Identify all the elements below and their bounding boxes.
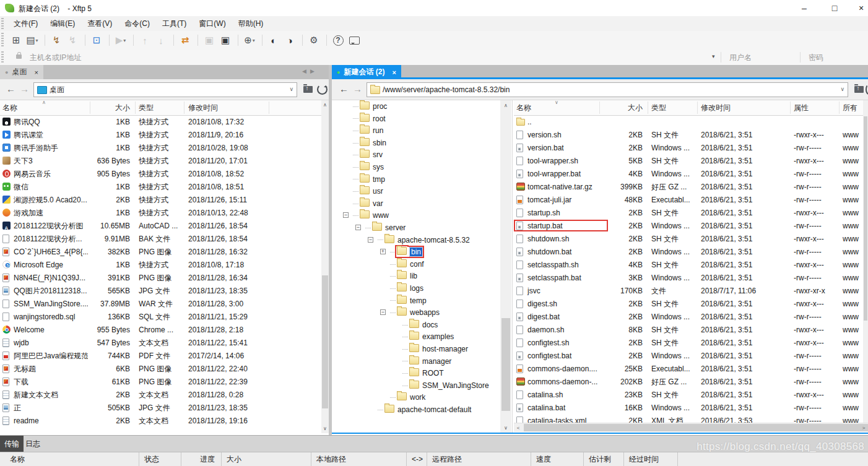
col-修改时间[interactable]: 修改时间 [701,100,788,115]
file-row[interactable]: 正505KBJPG 文件2018/11/23, 18:35 [0,402,321,415]
transfer-col-名称[interactable]: 名称 [5,452,139,466]
connect-icon[interactable]: ↯ [49,33,64,48]
menu-item-编辑(E)[interactable]: 编辑(E) [44,16,81,31]
file-row[interactable]: commons-daemon-...202KB好压 GZ ...2018/6/2… [514,376,863,389]
file-row[interactable]: version.bat2KBWindows ...2018/6/21, 3:51… [514,142,863,155]
menu-item-窗口(W)[interactable]: 窗口(W) [193,16,232,31]
settings-icon[interactable]: ⚙ [306,33,321,48]
file-row[interactable]: setclasspath.sh4KBSH 文件2018/6/21, 3:51-r… [514,259,863,272]
menu-item-工具(T)[interactable]: 工具(T) [156,16,193,31]
host-input[interactable] [28,51,706,64]
tree-vscrollbar[interactable]: ∧ ∨ [500,100,511,433]
tree-item-usr[interactable]: usr [332,185,500,197]
file-row[interactable]: 20181122现状分析图10.65MBAutoCAD ...2018/11/2… [0,220,321,233]
help-icon[interactable]: ? [331,33,345,48]
tree-item-srv[interactable]: srv [332,149,500,161]
file-row[interactable]: shutdown.bat2KBWindows ...2018/6/21, 3:5… [514,246,863,259]
file-row[interactable]: commons-daemon....25KBExecutabl...2018/6… [514,363,863,376]
launch-xshell-icon[interactable]: ◐ [266,33,281,48]
tree-item-work[interactable]: work [332,391,500,403]
file-row[interactable]: SSM_WanJingStore....37.89MBWAR 文件2018/11… [0,298,321,311]
remote-hscrollbar[interactable]: < > [514,423,868,432]
tree-item-sbin[interactable]: sbin [332,137,500,149]
col-类型[interactable]: 类型 [651,100,695,115]
file-row[interactable]: 微信1KB快捷方式2018/10/8, 18:51 [0,181,321,194]
file-row[interactable]: 腾讯手游助手1KB快捷方式2018/10/28, 19:08 [0,142,321,155]
scroll-down-icon[interactable]: ∨ [500,425,511,431]
remote-vscroll-thumb[interactable] [864,116,867,321]
tree-item-apache-tomcat-8.5.32[interactable]: −apache-tomcat-8.5.32 [332,234,500,246]
transfer-col-<->[interactable]: <-> [407,452,427,466]
local-up-folder-button[interactable] [301,82,315,96]
remote-vscrollbar[interactable] [863,100,868,423]
minimize-button[interactable]: – [794,0,815,16]
tree-item-root[interactable]: root [332,113,500,125]
username-input[interactable] [728,51,796,64]
file-row[interactable]: 新建文本文档2KB文本文档2018/11/28, 0:28 [0,389,321,402]
file-row[interactable]: CO`2`}UH6E3_4{P8{...382KBPNG 图像2018/11/2… [0,246,321,259]
file-row[interactable]: wjdb547 Bytes文本文档2018/11/22, 15:41 [0,337,321,350]
scroll-up-icon[interactable]: ∧ [500,103,511,108]
scroll-down-icon[interactable]: ∨ [321,426,329,431]
menu-item-命令(C)[interactable]: 命令(C) [118,16,156,31]
file-row[interactable]: wanjingstoredb.sql136KBSQL 文件2018/11/21,… [0,311,321,324]
file-row[interactable]: 网易云音乐905 Bytes快捷方式2018/10/8, 18:52 [0,168,321,181]
file-row[interactable]: 无标题6KBPNG 图像2018/11/22, 22:40 [0,363,321,376]
quickbar-gripper[interactable] [1,51,4,63]
file-row[interactable]: 腾讯QQ1KB快捷方式2018/10/8, 17:32 [0,116,321,129]
tree-item-ROOT[interactable]: ROOT [332,367,500,379]
transfer-col-进度[interactable]: 进度 [181,452,222,466]
local-back-icon[interactable]: ← [6,84,15,94]
transfer-col-大小[interactable]: 大小 [222,452,311,466]
col-修改时间[interactable]: 修改时间 [188,100,267,115]
file-row[interactable]: 湘源控规5.0 Acad20...2KB快捷方式2018/11/26, 15:1… [0,194,321,207]
file-row[interactable]: digest.sh2KBSH 文件2018/6/21, 3:51-rwxr-x-… [514,298,863,311]
file-row[interactable]: Microsoft Edge1KB快捷方式2018/10/8, 17:18 [0,259,321,272]
tree-item-logs[interactable]: logs [332,282,500,295]
tree-item-webapps[interactable]: −webapps [332,306,500,319]
local-tab[interactable]: ● 桌面 × [0,65,43,79]
transfer-col-远程路径[interactable]: 远程路径 [427,452,531,466]
transfer-tab-传输[interactable]: 传输 [0,436,24,452]
local-forward-icon[interactable]: → [20,84,29,94]
file-row[interactable]: version.sh2KBSH 文件2018/6/21, 3:51-rwxr-x… [514,129,863,142]
tree-item-host-manager[interactable]: host-manager [332,343,500,355]
file-row[interactable]: startup.bat2KBWindows ...2018/6/21, 3:51… [514,220,863,233]
tree-vscroll-thumb[interactable] [501,318,510,411]
local-vscroll-thumb[interactable] [322,275,328,408]
file-row[interactable]: .. [514,116,863,129]
tree-item-docs[interactable]: docs [332,319,500,331]
remote-path-combobox[interactable]: /www/server/apache-tomcat-8.5.32/bin ∨ [367,82,848,97]
file-row[interactable]: digest.bat2KBWindows ...2018/6/21, 3:51-… [514,311,863,324]
file-row[interactable]: startup.sh2KBSH 文件2018/6/21, 3:51-rwxr-x… [514,207,863,220]
col-大小[interactable]: 大小 [602,100,643,115]
transfer-col-状态[interactable]: 状态 [139,452,181,466]
local-vscrollbar[interactable]: ∧ ∨ [321,100,329,433]
file-row[interactable]: QQ图片2018112318...565KBJPG 文件2018/11/23, … [0,285,321,298]
scroll-left-icon[interactable]: < [515,425,521,431]
col-所有者[interactable]: 所有者 [843,100,863,115]
tree-item-conf[interactable]: conf [332,258,500,270]
transfer-col-估计剩余...[interactable]: 估计剩余... [584,452,624,466]
file-row[interactable]: tomcat-native.tar.gz399KB好压 GZ ...2018/6… [514,181,863,194]
file-row[interactable]: catalina.sh23KBSH 文件2018/6/21, 3:51-rwxr… [514,389,863,402]
remote-back-icon[interactable]: ← [339,84,349,94]
transfer-tab-日志[interactable]: 日志 [21,436,45,452]
file-row[interactable]: setclasspath.bat3KBWindows ...2018/6/21,… [514,272,863,285]
file-row[interactable]: Welcome955 BytesChrome ...2018/11/28, 2:… [0,324,321,337]
file-row[interactable]: daemon.sh8KBSH 文件2018/6/21, 3:51-rwxr-x-… [514,324,863,337]
file-row[interactable]: 游戏加速1KB快捷方式2018/10/13, 22:48 [0,207,321,220]
new-session-icon[interactable]: ⊞ [9,33,24,48]
local-path-combobox[interactable]: 桌面 ∨ [33,82,297,97]
web-browser-icon[interactable]: ⊕▾ [242,33,257,48]
file-row[interactable]: catalina.bat16KBWindows ...2018/6/21, 3:… [514,402,863,415]
tree-item-examples[interactable]: examples [332,330,500,343]
local-tab-scroll-arrows[interactable]: ◀▶ [302,68,318,74]
tree-item-apache-tomcat-default[interactable]: apache-tomcat-default [332,403,500,416]
menu-item-查看(V)[interactable]: 查看(V) [81,16,118,31]
remote-path-dropdown-icon[interactable]: ∨ [840,86,844,92]
tree-item-var[interactable]: var [332,197,500,210]
menu-gripper[interactable] [1,18,4,29]
tree-item-www[interactable]: −www [332,209,500,222]
file-row[interactable]: shutdown.sh2KBSH 文件2018/6/21, 3:51-rwxr-… [514,233,863,246]
